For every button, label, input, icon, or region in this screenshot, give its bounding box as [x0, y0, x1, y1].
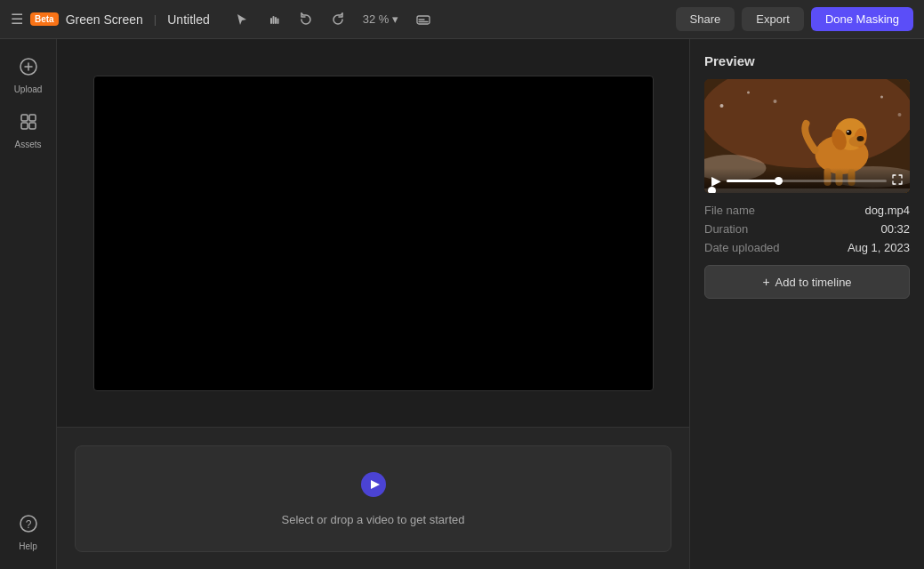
- duration-value: 00:32: [880, 222, 910, 236]
- topbar-right: Share Export Done Masking: [676, 7, 913, 31]
- file-name-label: File name: [704, 204, 755, 217]
- zoom-value: 32 %: [363, 12, 390, 26]
- hamburger-icon[interactable]: ☰: [11, 11, 23, 28]
- beta-badge: Beta: [30, 12, 59, 26]
- topbar: ☰ Beta Green Screen | Untitled: [0, 0, 924, 39]
- svg-rect-2: [275, 17, 277, 24]
- date-row: Date uploaded Aug 1, 2023: [704, 241, 910, 254]
- date-label: Date uploaded: [704, 241, 780, 254]
- file-name-row: File name dog.mp4: [704, 204, 910, 217]
- svg-point-33: [720, 104, 724, 108]
- add-to-timeline-button[interactable]: + Add to timeline: [704, 265, 910, 299]
- zoom-chevron-icon: ▾: [392, 12, 398, 26]
- done-masking-button[interactable]: Done Masking: [811, 7, 913, 31]
- toolbar-icons: 32 % ▾: [228, 5, 438, 34]
- right-panel: Preview: [689, 39, 924, 569]
- help-label: Help: [19, 541, 37, 551]
- zoom-selector[interactable]: 32 % ▾: [356, 5, 406, 34]
- assets-label: Assets: [14, 140, 41, 149]
- canvas-bg: [93, 76, 654, 391]
- doc-title[interactable]: Untitled: [167, 12, 209, 27]
- sidebar: Upload Assets ? Help: [0, 39, 57, 569]
- svg-point-35: [774, 100, 777, 103]
- subtitles-button[interactable]: [409, 5, 438, 34]
- svg-point-29: [848, 131, 849, 132]
- undo-button[interactable]: [292, 5, 320, 34]
- share-button[interactable]: Share: [676, 7, 735, 31]
- svg-rect-1: [272, 16, 274, 24]
- svg-rect-0: [270, 18, 272, 24]
- svg-point-28: [847, 130, 852, 135]
- add-timeline-label: Add to timeline: [775, 276, 852, 289]
- sidebar-item-assets[interactable]: Assets: [0, 105, 56, 156]
- canvas-area: Select or drop a video to get started: [57, 39, 689, 569]
- hand-tool-button[interactable]: [260, 5, 288, 34]
- progress-dot: [775, 177, 783, 185]
- timeline-play-icon: [360, 471, 387, 504]
- plus-icon: +: [762, 275, 769, 289]
- assets-icon: [19, 112, 38, 136]
- app-title: Green Screen: [66, 12, 143, 27]
- svg-point-27: [857, 136, 864, 141]
- timeline-drop-text: Select or drop a video to get started: [282, 513, 465, 526]
- progress-track[interactable]: [727, 180, 887, 182]
- select-tool-button[interactable]: [228, 5, 256, 34]
- redo-button[interactable]: [324, 5, 352, 34]
- preview-play-button[interactable]: ▶: [711, 173, 721, 188]
- fullscreen-button[interactable]: [892, 174, 903, 188]
- svg-rect-12: [21, 123, 28, 129]
- svg-rect-3: [277, 18, 278, 24]
- svg-rect-11: [29, 115, 36, 121]
- timeline-drop-zone[interactable]: Select or drop a video to get started: [75, 445, 671, 552]
- svg-point-37: [898, 113, 902, 116]
- upload-icon: [19, 57, 38, 81]
- topbar-left: ☰ Beta Green Screen | Untitled: [11, 5, 669, 34]
- preview-thumbnail: ▶: [704, 79, 910, 193]
- scrubber-thumb[interactable]: [708, 187, 716, 193]
- duration-label: Duration: [704, 222, 748, 236]
- svg-rect-10: [21, 115, 28, 121]
- title-divider: |: [154, 12, 157, 26]
- upload-label: Upload: [14, 84, 43, 94]
- svg-point-34: [747, 92, 750, 94]
- file-name-value: dog.mp4: [864, 204, 910, 217]
- main-area: Upload Assets ? Help: [0, 39, 924, 569]
- duration-row: Duration 00:32: [704, 222, 910, 236]
- svg-point-36: [880, 96, 883, 99]
- timeline-area: Select or drop a video to get started: [57, 427, 689, 569]
- svg-text:?: ?: [25, 518, 31, 531]
- scrubber-bar[interactable]: [704, 188, 910, 193]
- canvas-wrapper: [57, 39, 689, 427]
- file-info: File name dog.mp4 Duration 00:32 Date up…: [704, 204, 910, 254]
- sidebar-item-upload[interactable]: Upload: [0, 50, 56, 101]
- date-value: Aug 1, 2023: [848, 241, 910, 254]
- help-icon: ?: [19, 514, 38, 538]
- svg-rect-13: [29, 123, 36, 129]
- export-button[interactable]: Export: [742, 7, 804, 31]
- sidebar-item-help[interactable]: ? Help: [0, 507, 56, 558]
- panel-title: Preview: [704, 53, 910, 68]
